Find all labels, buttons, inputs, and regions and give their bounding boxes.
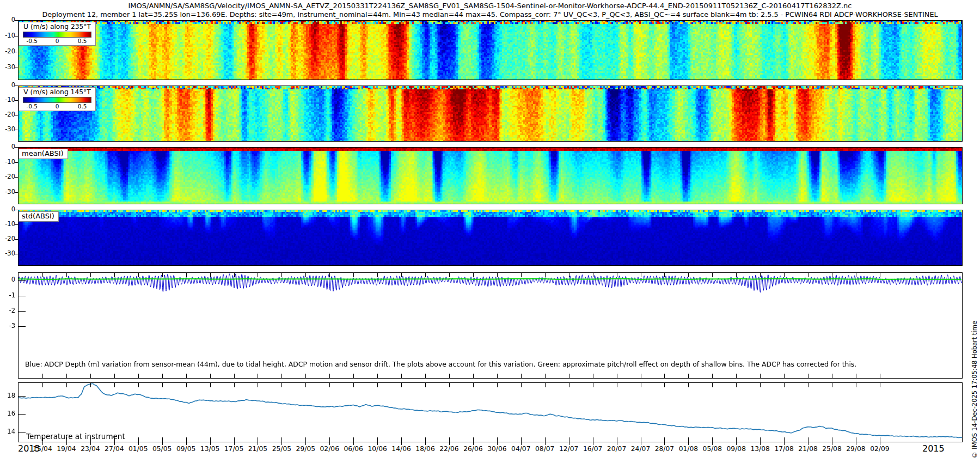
x-tick-mark <box>305 383 306 387</box>
x-tick-label: 21/08 <box>798 445 817 453</box>
y-tick-mark <box>15 86 18 86</box>
x-tick-mark <box>832 374 832 378</box>
x-tick-mark <box>784 374 785 378</box>
x-tick-label: 02/06 <box>320 445 339 453</box>
x-tick-mark <box>617 383 617 387</box>
x-tick-mark <box>784 383 785 387</box>
x-tick-mark <box>617 374 617 378</box>
x-tick-mark <box>473 273 474 277</box>
x-tick-mark <box>569 374 569 378</box>
y-tick-label: 18 <box>0 393 15 399</box>
v-cbar-tick-zero: 0 <box>56 103 59 109</box>
y-tick-mark <box>19 311 26 312</box>
x-tick-mark <box>521 273 522 277</box>
y-tick-mark <box>15 177 18 178</box>
x-tick-mark <box>281 437 282 442</box>
figure-title: IMOS/ANMN/SA/SAM8SG/Velocity/IMOS_ANMN-S… <box>0 2 980 10</box>
x-tick-mark <box>90 374 91 378</box>
y-tick-label: -30 <box>0 251 15 257</box>
depth-variation-annotation: Blue: ADCP Depth (m) variation from sens… <box>25 360 856 368</box>
panel-temperature: Temperature at instrument <box>18 382 963 442</box>
y-tick-label: -30 <box>0 64 15 71</box>
u-colorbar <box>23 32 91 38</box>
x-tick-mark <box>305 437 306 442</box>
x-tick-mark <box>66 374 67 378</box>
x-tick-mark <box>784 273 785 277</box>
x-tick-mark <box>497 374 498 378</box>
x-tick-mark <box>593 374 593 378</box>
figure-subtitle: Deployment 12, member 1 lat=35.25S lon=1… <box>0 10 980 19</box>
x-tick-mark <box>90 273 91 277</box>
x-tick-mark <box>186 374 187 378</box>
u-legend-title: U (m/s) along 235°T <box>19 23 95 31</box>
x-tick-label: 12/07 <box>559 445 578 453</box>
panel-mean-absi: mean(ABSI) <box>18 147 963 204</box>
x-tick-mark <box>473 437 474 442</box>
temperature-line <box>19 383 962 442</box>
x-tick-label: 05/05 <box>152 445 171 453</box>
x-tick-mark <box>736 437 737 442</box>
x-tick-mark <box>880 383 880 387</box>
y-tick-mark <box>15 147 18 148</box>
v-cbar-tick-pos: 0.5 <box>78 103 87 109</box>
x-tick-mark <box>664 437 665 442</box>
x-tick-mark <box>234 437 235 442</box>
y-tick-label: -20 <box>0 174 15 180</box>
x-tick-mark <box>641 374 641 378</box>
x-tick-mark <box>353 273 354 277</box>
x-tick-mark <box>234 383 235 387</box>
x-tick-mark <box>377 273 378 277</box>
x-tick-mark <box>425 437 426 442</box>
x-tick-label: 01/08 <box>679 445 698 453</box>
x-tick-mark <box>760 273 761 277</box>
x-tick-mark <box>281 383 282 387</box>
x-tick-label: 29/05 <box>296 445 315 453</box>
y-tick-mark <box>15 52 18 52</box>
x-tick-mark <box>664 383 665 387</box>
x-tick-label: 05/08 <box>703 445 722 453</box>
y-tick-label: 14 <box>0 429 15 435</box>
x-tick-label: 16/07 <box>583 445 602 453</box>
x-axis-year-right: 2015 <box>922 443 945 454</box>
x-tick-mark <box>162 273 163 277</box>
y-tick-label: -10 <box>0 221 15 228</box>
y-tick-mark <box>15 100 18 101</box>
x-tick-mark <box>593 437 593 442</box>
x-tick-label: 02/09 <box>870 445 889 453</box>
x-tick-mark <box>329 383 330 387</box>
y-tick-label: -10 <box>0 97 15 103</box>
y-tick-label: 0 <box>0 17 15 23</box>
x-tick-mark <box>353 383 354 387</box>
y-tick-mark <box>19 280 26 281</box>
y-tick-label: -30 <box>0 126 15 133</box>
x-tick-mark <box>545 437 546 442</box>
x-tick-label: 14/06 <box>391 445 411 453</box>
x-tick-mark <box>162 437 163 442</box>
x-tick-mark <box>210 383 211 387</box>
x-tick-mark <box>42 273 43 277</box>
x-tick-mark <box>760 437 761 442</box>
x-tick-mark <box>90 383 91 387</box>
x-tick-label: 18/06 <box>415 445 434 453</box>
x-tick-mark <box>258 437 258 442</box>
x-tick-mark <box>712 437 713 442</box>
x-tick-mark <box>114 273 115 277</box>
y-tick-mark <box>19 296 26 296</box>
x-tick-mark <box>688 273 689 277</box>
y-tick-label: -20 <box>0 236 15 242</box>
x-tick-mark <box>234 374 235 378</box>
x-tick-label: 13/05 <box>200 445 219 453</box>
x-tick-mark <box>449 374 450 378</box>
x-tick-label: 29/08 <box>846 445 865 453</box>
x-tick-mark <box>329 374 330 378</box>
x-tick-mark <box>258 273 258 277</box>
x-tick-mark <box>425 374 426 378</box>
x-tick-mark <box>760 383 761 387</box>
x-tick-label: 30/06 <box>487 445 506 453</box>
x-tick-mark <box>688 374 689 378</box>
y-tick-mark <box>15 68 18 68</box>
y-tick-mark <box>15 20 18 21</box>
x-tick-mark <box>880 273 880 277</box>
y-tick-label: -10 <box>0 159 15 166</box>
x-tick-label: 27/04 <box>105 445 124 453</box>
